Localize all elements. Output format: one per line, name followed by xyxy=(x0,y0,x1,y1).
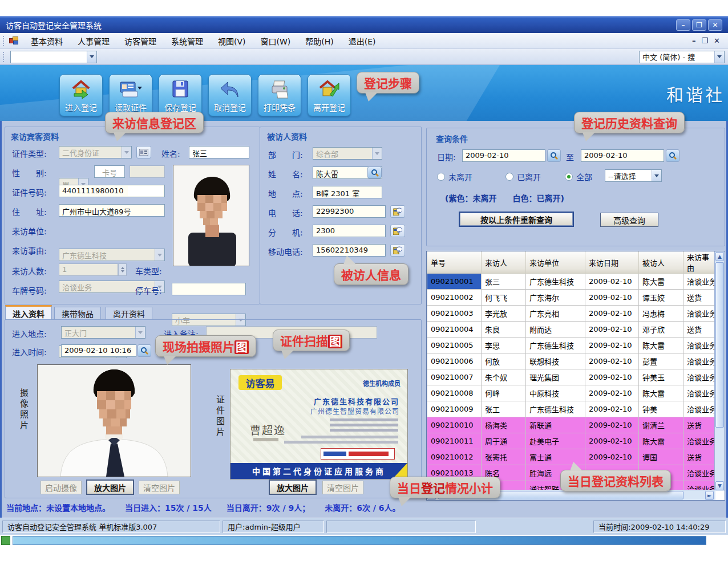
chevron-down-icon[interactable] xyxy=(87,51,96,63)
table-cell[interactable]: 李光放 xyxy=(482,306,526,322)
table-row[interactable]: 090210006何放联想科技2009-02-10彭置洽谈业务 xyxy=(427,353,715,369)
card-no-input[interactable] xyxy=(130,165,165,178)
col-header[interactable]: 来访单位 xyxy=(526,251,585,274)
date-from-input[interactable]: 2009-02-10 xyxy=(462,149,545,162)
table-cell[interactable]: 朱良 xyxy=(482,322,526,338)
menu-item-system[interactable]: 系统管理 xyxy=(164,34,211,48)
card-no-button[interactable]: 卡号 xyxy=(94,165,125,178)
mdi-restore-button[interactable]: ❐ xyxy=(701,36,708,45)
table-cell[interactable]: 送货 xyxy=(683,322,715,338)
table-row[interactable]: 090210002何飞飞广东海尔2009-02-10谭玉姣送货 xyxy=(427,290,715,306)
chevron-down-icon[interactable] xyxy=(714,51,724,63)
table-cell[interactable]: 送货 xyxy=(683,417,715,433)
count-spinner[interactable] xyxy=(118,263,127,276)
table-cell[interactable]: 2009-02-10 xyxy=(585,385,639,401)
start-camera-button[interactable]: 启动摄像 xyxy=(41,481,82,494)
vertical-scrollbar[interactable]: ▲ ▼ xyxy=(714,251,725,491)
table-cell[interactable]: 2009-02-10 xyxy=(585,433,639,449)
cancel-register-button[interactable]: 取消登记 xyxy=(208,74,252,116)
mdi-minimize-button[interactable]: – xyxy=(692,36,696,45)
mdi-close-button[interactable]: ✕ xyxy=(714,36,720,45)
enlarge-photo-button[interactable]: 放大图片 xyxy=(86,479,134,495)
table-cell[interactable]: 2009-02-10 xyxy=(585,290,639,306)
table-cell[interactable]: 广东德生科技 xyxy=(526,274,585,290)
enlarge-card-button[interactable]: 放大图片 xyxy=(269,479,317,495)
table-cell[interactable]: 陈大雷 xyxy=(639,338,683,353)
close-button[interactable]: ✕ xyxy=(708,19,722,31)
table-row[interactable]: 090210011周于通赴美电子2009-02-10陈大雷洽谈业务 xyxy=(427,433,715,449)
leave-register-button[interactable]: 离开登记 xyxy=(308,74,351,116)
scroll-right-icon[interactable]: ► xyxy=(705,491,714,500)
parking-input[interactable] xyxy=(172,283,246,295)
table-row[interactable]: 090210009张工广东德生科技2009-02-10钟美洽谈业务 xyxy=(427,401,715,417)
table-cell[interactable]: 2009-02-10 xyxy=(585,353,639,369)
restore-button[interactable]: ❐ xyxy=(692,19,706,31)
table-cell[interactable]: 090210007 xyxy=(427,369,482,385)
table-cell[interactable]: 090210011 xyxy=(427,433,482,449)
clear-photo-button[interactable]: 清空图片 xyxy=(139,481,180,494)
table-cell[interactable]: 广东德生科技 xyxy=(526,338,585,353)
entry-time-input[interactable]: 2009-02-10 10:16 xyxy=(61,344,136,357)
menu-item-exit[interactable]: 退出(E) xyxy=(341,34,383,48)
table-row[interactable]: 090210004朱良附而达2009-02-10邓子欣送货 xyxy=(427,322,715,338)
table-cell[interactable]: 090210004 xyxy=(427,322,482,338)
table-cell[interactable]: 附而达 xyxy=(526,322,585,338)
table-cell[interactable]: 陈大雷 xyxy=(639,433,683,449)
tab-entry-data[interactable]: 进入资料 xyxy=(5,305,52,320)
location-input[interactable]: B幢 2301 室 xyxy=(313,186,382,198)
table-cell[interactable]: 理光集团 xyxy=(526,369,585,385)
please-select-combo[interactable]: --请选择 xyxy=(605,169,662,182)
date-to-input[interactable]: 2009-02-10 xyxy=(581,149,664,162)
scroll-down-icon[interactable]: ▼ xyxy=(715,481,724,490)
table-cell[interactable]: 090210008 xyxy=(427,385,482,401)
scroll-up-icon[interactable]: ▲ xyxy=(715,252,724,261)
dial-phone-icon[interactable] xyxy=(390,244,405,257)
table-row[interactable]: 090210005李思广东德生科技2009-02-10陈大雷洽谈业务 xyxy=(427,338,715,353)
count-input[interactable]: 1 xyxy=(59,263,118,276)
requery-button[interactable]: 按以上条件重新查询 xyxy=(459,212,574,227)
radio-all[interactable]: 全部 xyxy=(565,171,592,182)
address-input[interactable]: 广州市中山大道89号 xyxy=(59,204,165,217)
table-cell[interactable]: 洽谈业务 xyxy=(683,353,715,369)
menu-item-hr[interactable]: 人事管理 xyxy=(70,34,117,48)
id-number-input[interactable]: 4401111980010 xyxy=(59,185,165,197)
table-cell[interactable]: 090210009 xyxy=(427,401,482,417)
radio-left[interactable]: 已离开 xyxy=(505,171,541,182)
table-cell[interactable]: 朱个奴 xyxy=(482,369,526,385)
table-cell[interactable]: 090210010 xyxy=(427,417,482,433)
table-cell[interactable]: 送货 xyxy=(683,290,715,306)
menu-item-view[interactable]: 视图(V) xyxy=(211,34,253,48)
table-cell[interactable]: 张寄托 xyxy=(482,449,526,465)
quick-select-combo[interactable] xyxy=(10,51,97,63)
ext-input[interactable]: 2300 xyxy=(313,225,386,237)
language-combo[interactable]: 中文 (简体) - 搜 xyxy=(639,51,725,63)
menu-item-help[interactable]: 帮助(H) xyxy=(298,34,341,48)
table-cell[interactable]: 2009-02-10 xyxy=(585,401,639,417)
table-cell[interactable]: 张工 xyxy=(482,401,526,417)
company-combo[interactable]: 广东德生科技 xyxy=(59,249,165,261)
scroll-thumb[interactable] xyxy=(715,262,724,428)
search-icon[interactable] xyxy=(367,166,382,178)
menu-item-basic[interactable]: 基本资料 xyxy=(23,34,70,48)
menu-item-window[interactable]: 窗口(W) xyxy=(253,34,298,48)
tab-leave-data[interactable]: 离开资料 xyxy=(106,307,152,320)
table-cell[interactable]: 陈大雷 xyxy=(639,274,683,290)
table-cell[interactable]: 洽谈业务 xyxy=(683,385,715,401)
table-cell[interactable]: 洽谈业务 xyxy=(683,401,715,417)
table-cell[interactable]: 2009-02-10 xyxy=(585,338,639,353)
table-cell[interactable]: 2009-02-10 xyxy=(585,322,639,338)
table-cell[interactable]: 联想科技 xyxy=(526,353,585,369)
table-cell[interactable]: 赴美电子 xyxy=(526,433,585,449)
mobile-input[interactable]: 15602210349 xyxy=(313,244,386,257)
minimize-button[interactable]: – xyxy=(676,19,690,31)
table-row[interactable]: 090210007朱个奴理光集团2009-02-10钟美玉洽谈业务 xyxy=(427,369,715,385)
table-row[interactable]: 090210003李光放广东亮相2009-02-10冯惠梅洽谈业务 xyxy=(427,306,715,322)
table-cell[interactable]: 广东德生科技 xyxy=(526,401,585,417)
entry-place-combo[interactable]: 正大门 xyxy=(61,326,145,339)
clear-card-button[interactable]: 清空图片 xyxy=(322,481,363,494)
table-cell[interactable]: 2009-02-10 xyxy=(585,274,639,290)
table-cell[interactable]: 杨海类 xyxy=(482,417,526,433)
visitor-name-input[interactable]: 张三 xyxy=(189,146,249,158)
table-cell[interactable]: 谭国 xyxy=(639,449,683,465)
read-id-button[interactable]: 读取证件 xyxy=(109,74,152,116)
